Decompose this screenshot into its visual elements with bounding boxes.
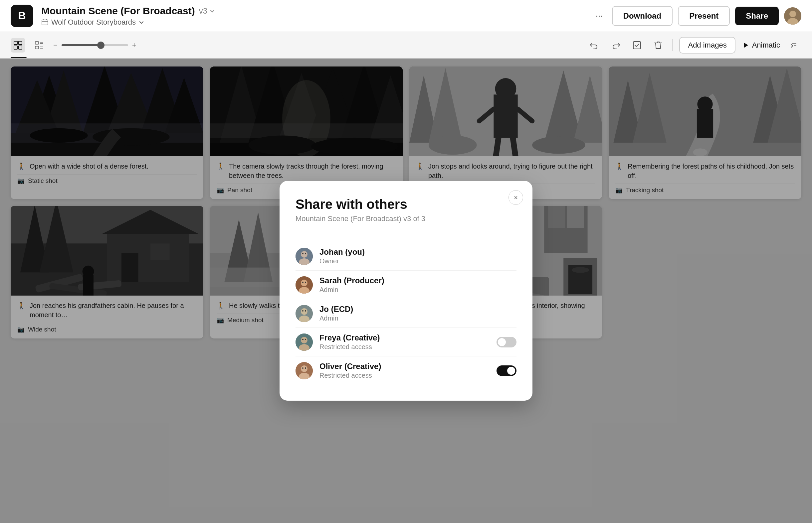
svg-rect-0	[42, 20, 48, 25]
user-name-label: Oliver (Creative)	[319, 362, 497, 371]
svg-rect-8	[35, 41, 39, 44]
project-name[interactable]: Wolf Outdoor Storyboards	[41, 18, 592, 26]
add-images-button[interactable]: Add images	[679, 37, 735, 54]
svg-point-129	[305, 367, 306, 369]
svg-rect-14	[633, 41, 641, 49]
user-info: Sarah (Producer)Admin	[319, 276, 517, 293]
zoom-slider-container: − +	[53, 41, 136, 50]
redo-button[interactable]	[608, 38, 623, 53]
user-name-label: Freya (Creative)	[319, 333, 497, 342]
svg-point-111	[301, 279, 308, 286]
toolbar: − + Add images Animatic	[0, 32, 812, 58]
modal-subtitle: Mountain Scene (For Broadcast) v3 of 3	[295, 214, 517, 223]
delete-button[interactable]	[651, 38, 666, 53]
svg-point-123	[302, 339, 304, 340]
user-row: Johan (you)Owner	[295, 242, 517, 271]
toolbar-right: Add images Animatic	[587, 37, 801, 54]
present-button[interactable]: Present	[678, 6, 730, 26]
svg-point-113	[302, 282, 304, 283]
grid-view-button[interactable]	[11, 38, 25, 53]
user-role-label: Admin	[319, 286, 517, 293]
svg-rect-5	[19, 41, 22, 44]
share-modal: × Share with others Mountain Scene (For …	[279, 181, 533, 401]
svg-rect-4	[14, 41, 17, 44]
access-toggle[interactable]	[497, 365, 517, 376]
modal-overlay[interactable]: × Share with others Mountain Scene (For …	[0, 58, 812, 523]
active-tab-indicator	[11, 57, 27, 58]
main-content: 🚶 Open with a wide shot of a dense fores…	[0, 58, 812, 523]
undo-button[interactable]	[587, 38, 602, 53]
user-row: Jo (ECD)Admin	[295, 299, 517, 328]
svg-point-119	[305, 310, 306, 311]
svg-point-108	[302, 253, 304, 254]
toolbar-divider	[672, 39, 673, 51]
user-row: Sarah (Producer)Admin	[295, 271, 517, 299]
animatic-button[interactable]: Animatic	[742, 41, 780, 50]
svg-rect-7	[19, 46, 22, 49]
modal-divider	[295, 234, 517, 234]
user-avatar	[295, 276, 313, 293]
collapse-button[interactable]	[787, 38, 801, 53]
zoom-slider[interactable]	[62, 44, 128, 46]
svg-point-126	[301, 365, 308, 372]
app-logo: B	[11, 5, 33, 27]
svg-point-106	[301, 251, 308, 258]
svg-point-116	[301, 308, 308, 315]
user-row: Oliver (Creative)Restricted access	[295, 357, 517, 385]
svg-rect-6	[14, 46, 17, 49]
svg-point-109	[305, 253, 306, 254]
download-button[interactable]: Download	[612, 6, 673, 26]
svg-point-124	[305, 339, 306, 340]
header-actions: ··· Download Present Share	[592, 6, 801, 26]
svg-point-128	[302, 367, 304, 369]
document-version[interactable]: v3	[199, 6, 215, 16]
user-info: Oliver (Creative)Restricted access	[319, 362, 497, 379]
user-name-label: Jo (ECD)	[319, 305, 517, 314]
user-row: Freya (Creative)Restricted access	[295, 328, 517, 357]
toolbar-left: − +	[11, 38, 579, 53]
svg-point-118	[302, 310, 304, 311]
document-title: Mountain Scene (For Broadcast)	[41, 5, 195, 17]
user-name-label: Sarah (Producer)	[319, 276, 517, 285]
svg-marker-15	[744, 42, 748, 48]
share-button[interactable]: Share	[735, 7, 779, 25]
select-all-button[interactable]	[629, 38, 644, 53]
zoom-plus-label: +	[132, 41, 136, 50]
user-avatar	[295, 362, 313, 379]
svg-point-114	[305, 282, 306, 283]
user-avatar[interactable]	[784, 7, 801, 24]
list-view-button[interactable]	[32, 38, 47, 53]
user-role-label: Restricted access	[319, 343, 497, 351]
users-list: Johan (you)OwnerSarah (Producer)AdminJo …	[295, 242, 517, 385]
user-role-label: Owner	[319, 257, 517, 265]
user-avatar	[295, 333, 313, 351]
user-info: Johan (you)Owner	[319, 247, 517, 265]
user-role-label: Restricted access	[319, 372, 497, 379]
user-role-label: Admin	[319, 314, 517, 322]
modal-title: Share with others	[295, 197, 517, 212]
header: B Mountain Scene (For Broadcast) v3 Wolf…	[0, 0, 812, 32]
header-title-area: Mountain Scene (For Broadcast) v3 Wolf O…	[41, 5, 592, 26]
user-info: Freya (Creative)Restricted access	[319, 333, 497, 351]
more-options-button[interactable]: ···	[592, 8, 607, 23]
user-name-label: Johan (you)	[319, 247, 517, 257]
user-avatar	[295, 305, 313, 322]
zoom-minus-label: −	[53, 41, 57, 50]
modal-close-button[interactable]: ×	[508, 190, 523, 205]
svg-rect-11	[35, 46, 39, 49]
svg-point-121	[301, 337, 308, 343]
user-info: Jo (ECD)Admin	[319, 305, 517, 322]
svg-point-2	[789, 11, 796, 17]
access-toggle[interactable]	[497, 337, 517, 347]
user-avatar	[295, 248, 313, 265]
